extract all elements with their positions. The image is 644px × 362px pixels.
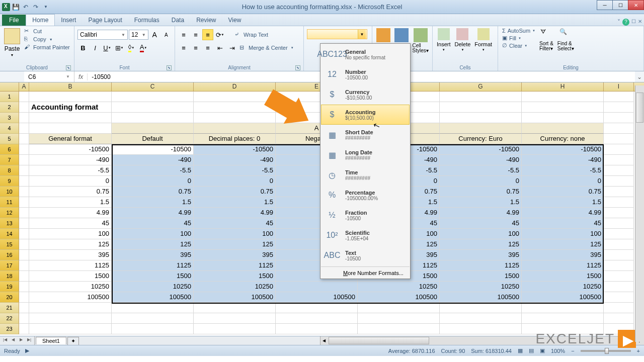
clear-button[interactable]: ∅ Clear▼ (501, 42, 536, 49)
cell[interactable] (19, 260, 29, 271)
col-header-C[interactable]: C (112, 82, 194, 91)
cell[interactable]: -10500 (112, 144, 194, 155)
cell[interactable]: 125 (522, 239, 604, 250)
view-layout-icon[interactable]: ▤ (529, 347, 534, 354)
cell[interactable] (112, 303, 194, 313)
format-option-text[interactable]: ABCText-10500 (321, 245, 410, 265)
cell[interactable] (604, 208, 634, 218)
format-option-currency[interactable]: $Currency-$10,500.00 (321, 84, 410, 105)
minimize-button[interactable]: ─ (597, 0, 613, 10)
cell[interactable] (19, 155, 29, 165)
cell[interactable] (112, 324, 194, 334)
window-restore-icon[interactable]: ☐ (631, 19, 636, 26)
tab-home[interactable]: Home (26, 14, 55, 26)
cell[interactable] (440, 324, 522, 334)
row-header[interactable]: 19 (0, 282, 19, 292)
cell[interactable] (19, 313, 29, 324)
new-sheet-button[interactable]: ✦ (67, 337, 79, 345)
zoom-thumb[interactable] (605, 348, 609, 354)
row-header[interactable]: 6 (0, 144, 19, 155)
row-header[interactable]: 16 (0, 250, 19, 260)
help-icon[interactable]: ? (622, 19, 629, 26)
cell[interactable] (194, 303, 276, 313)
cell[interactable] (358, 324, 440, 334)
cell[interactable]: -10500 (194, 144, 276, 155)
cell[interactable]: -5.5 (194, 165, 276, 176)
cell[interactable]: 395 (522, 250, 604, 260)
cell[interactable]: -490 (194, 155, 276, 165)
cell[interactable] (19, 92, 29, 102)
bold-button[interactable]: B (77, 42, 89, 53)
cell[interactable] (112, 313, 194, 324)
format-painter-button[interactable]: 🖌Format Painter (23, 43, 71, 51)
cell[interactable] (604, 271, 634, 282)
cell[interactable]: 395 (29, 250, 112, 260)
cell[interactable]: -5.5 (29, 165, 112, 176)
cell[interactable]: 10250 (522, 282, 604, 292)
cell[interactable] (29, 303, 112, 313)
cell[interactable]: 0 (29, 176, 112, 187)
cell[interactable] (276, 313, 358, 324)
cell[interactable] (276, 324, 358, 334)
cell[interactable] (440, 123, 522, 134)
format-option-percentage[interactable]: %Percentage-1050000.00% (321, 185, 410, 205)
cell[interactable]: General format (29, 134, 112, 144)
fill-color-button[interactable]: ◊▼ (126, 42, 137, 53)
cell[interactable] (604, 165, 634, 176)
row-header[interactable]: 14 (0, 229, 19, 239)
cell[interactable] (604, 155, 634, 165)
cell[interactable]: 1500 (522, 271, 604, 282)
cell[interactable] (604, 250, 634, 260)
col-header-A[interactable]: A (19, 82, 29, 91)
qat-save-icon[interactable]: 💾 (11, 3, 20, 12)
cell[interactable]: Default (112, 134, 194, 144)
cell[interactable]: 45 (29, 218, 112, 229)
col-header-H[interactable]: H (522, 82, 604, 91)
cell[interactable] (19, 282, 29, 292)
cell[interactable]: 395 (112, 250, 194, 260)
row-header[interactable]: 2 (0, 102, 19, 113)
wrap-text-button[interactable]: ⤶Wrap Text (233, 31, 269, 39)
cell[interactable] (19, 303, 29, 313)
alignment-dialog-icon[interactable]: ⬊ (295, 65, 300, 70)
row-header[interactable]: 23 (0, 324, 19, 334)
cell[interactable]: 125 (440, 239, 522, 250)
fill-button[interactable]: ▣ Fill▼ (501, 34, 536, 42)
tab-data[interactable]: Data (166, 15, 190, 26)
cell[interactable]: 1125 (194, 260, 276, 271)
cell[interactable] (19, 176, 29, 187)
cell[interactable] (194, 313, 276, 324)
tab-formulas[interactable]: Formulas (128, 15, 166, 26)
qat-customize-icon[interactable]: ▼ (41, 3, 50, 12)
cell[interactable] (29, 113, 112, 123)
row-header[interactable]: 22 (0, 313, 19, 324)
row-header[interactable]: 15 (0, 239, 19, 250)
cell[interactable]: 100 (522, 229, 604, 239)
zoom-out-button[interactable]: − (571, 348, 574, 354)
cell[interactable] (19, 165, 29, 176)
cell[interactable]: 100 (112, 229, 194, 239)
cell[interactable] (604, 313, 634, 324)
cell[interactable] (19, 324, 29, 334)
row-header[interactable]: 13 (0, 218, 19, 229)
find-select-button[interactable]: 🔍Find &Select▾ (556, 27, 575, 52)
cell[interactable]: 0.75 (194, 187, 276, 197)
format-cells-button[interactable]: Format▼ (473, 27, 493, 52)
row-header[interactable]: 11 (0, 197, 19, 208)
cell[interactable] (604, 197, 634, 208)
col-header-G[interactable]: G (440, 82, 522, 91)
align-top-icon[interactable]: ≡ (178, 29, 189, 40)
format-option-short-date[interactable]: ▦Short Date######### (321, 125, 410, 145)
cell[interactable]: Accounting format (29, 102, 112, 113)
sheet-nav-next-icon[interactable]: ▶ (17, 337, 25, 344)
col-header-D[interactable]: D (194, 82, 276, 91)
sheet-tab-active[interactable]: Sheet1 (36, 337, 66, 344)
name-box[interactable]: C6▼ (24, 71, 74, 82)
cell[interactable]: 10250 (194, 282, 276, 292)
underline-button[interactable]: U▼ (102, 42, 113, 53)
cell[interactable] (604, 260, 634, 271)
tab-view[interactable]: View (222, 15, 248, 26)
row-header[interactable]: 1 (0, 92, 19, 102)
cell[interactable] (29, 313, 112, 324)
clipboard-dialog-icon[interactable]: ⬊ (66, 65, 71, 70)
